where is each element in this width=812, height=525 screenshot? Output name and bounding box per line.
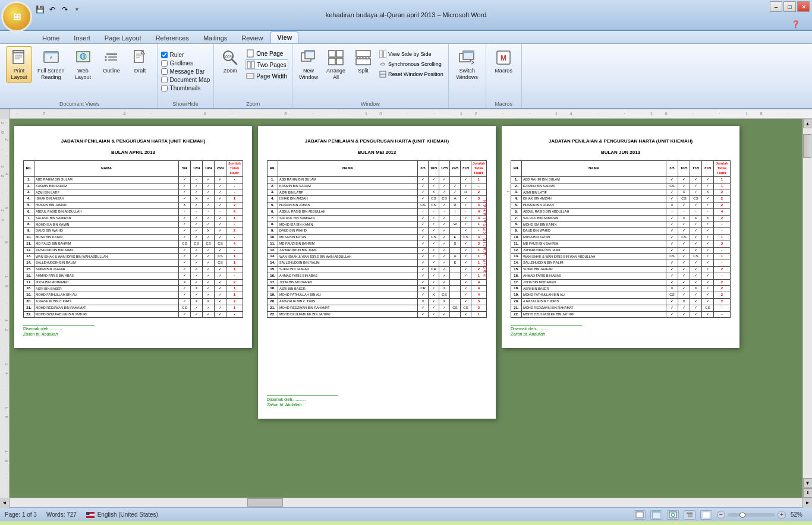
tab-references[interactable]: References xyxy=(149,32,196,43)
full-screen-button[interactable]: A Full ScreenReading xyxy=(34,46,68,83)
zoom-slider[interactable]: − + xyxy=(717,511,786,519)
qat-save[interactable]: 💾 xyxy=(34,5,45,14)
print-layout-view-button[interactable] xyxy=(634,510,646,520)
ruler-corner xyxy=(0,109,10,119)
svg-rect-53 xyxy=(86,516,95,518)
svg-rect-36 xyxy=(336,58,343,65)
svg-rect-32 xyxy=(305,50,314,52)
full-screen-icon: A xyxy=(42,48,61,67)
page2-signature: Disemak oleh............ Zaiton bt. Abdu… xyxy=(267,396,487,407)
table-row: 14.SALLEHUDDIN BIN RALIM✓✓✓✓- xyxy=(511,260,731,267)
minimize-button[interactable]: – xyxy=(770,1,782,12)
new-window-button[interactable]: NewWindow xyxy=(296,46,321,83)
sync-scroll-label: Synchronous Scrolling xyxy=(388,61,442,67)
table-row: 20.A RAZALIE BIN C IDRIS✓XX✓2 xyxy=(24,298,243,305)
one-page-button[interactable]: One Page xyxy=(245,49,288,58)
draft-button[interactable]: Draft xyxy=(127,46,153,76)
horizontal-scrollbar[interactable]: ◄ ► xyxy=(0,498,812,507)
maximize-button[interactable]: □ xyxy=(783,1,796,12)
split-button[interactable]: Split xyxy=(351,46,376,76)
table-row: 17.JOHA BIN MOHAMED✓✓✓✓2 xyxy=(511,279,731,286)
scroll-left-button[interactable]: ◄ xyxy=(0,498,10,508)
print-layout-button[interactable]: PrintLayout xyxy=(6,46,32,83)
message-bar-checkbox[interactable] xyxy=(161,68,168,75)
close-button[interactable]: ✕ xyxy=(797,1,810,12)
svg-rect-41 xyxy=(383,50,386,58)
view-side-by-side-button[interactable]: View Side by Side xyxy=(378,50,445,58)
table-row: 10.MUSA BIN KATAN✓CS✓✓1 xyxy=(511,234,731,241)
table-row: 19.MOHD FATHULLAH BIN ALI✓XCS✓4 xyxy=(267,292,487,299)
table-row: 6.ABDUL RASID BIN ABDULLAH----4 xyxy=(24,208,243,215)
message-bar-label: Message Bar xyxy=(170,68,205,75)
table-row: 16.AHMAD FARIS BIN ABAS✓✓✓✓- xyxy=(511,273,731,279)
zoom-icon: 100% xyxy=(221,48,240,67)
thumbnails-checkbox[interactable] xyxy=(161,85,168,91)
table-row: 11.MD FAUZI BIN BAHRIMCSCSCSCS4 xyxy=(24,241,243,247)
qat-redo[interactable]: ↷ xyxy=(59,5,70,14)
gridlines-checkbox[interactable] xyxy=(161,60,168,67)
zoom-plus-button[interactable]: + xyxy=(778,511,786,519)
table-row: 2.KASMIN BIN SADAM✓✓✓✓✓- xyxy=(267,183,487,189)
document-map-checkbox[interactable] xyxy=(161,77,168,83)
switch-windows-label: SwitchWindows xyxy=(456,68,478,81)
macros-group-label: Macros xyxy=(495,100,512,107)
table-row: 5.HUSSIN BIN JAMANX✓✓✓2 xyxy=(24,202,243,208)
web-view-button[interactable] xyxy=(667,510,679,520)
table-row: 12.ZAHARUDDIN BIN JAMIL✓✓✓✓- xyxy=(24,247,243,254)
document-page-3: JABATAN PENILAIAN & PENGURUSAN HARTA (UN… xyxy=(502,126,739,348)
page3-table: BIL NAMA 3/5 10/5 17/5 31/5 JumlahTidakH… xyxy=(511,160,731,318)
qat-undo[interactable]: ↶ xyxy=(47,5,58,14)
thumbnails-label: Thumbnails xyxy=(170,85,201,91)
scroll-up-button[interactable]: ▲ xyxy=(803,119,813,128)
table-row: 4.ISHAK BIN AMZAH✓X✓✓1 xyxy=(24,196,243,203)
draft-view-button[interactable] xyxy=(700,510,712,520)
tab-mailings[interactable]: Mailings xyxy=(197,32,234,43)
status-right-area: − + 52% xyxy=(634,510,807,520)
tab-page-layout[interactable]: Page Layout xyxy=(98,32,148,43)
page-width-button[interactable]: Page Width xyxy=(245,71,288,81)
table-row: 1.ABD RAHIM BIN SULAM✓✓✓✓1 xyxy=(267,176,487,183)
arrange-all-button[interactable]: ArrangeAll xyxy=(323,46,348,83)
table-row: 12.ZAHARUDDIN BIN JAMIL✓✓✓✓- xyxy=(511,247,731,254)
two-pages-button[interactable]: Two Pages xyxy=(245,59,288,70)
tab-view[interactable]: View xyxy=(270,31,298,43)
table-row: 7.SALIZUL BIN SAMIRAN✓✓✓✓1 xyxy=(24,215,243,222)
scroll-down-button[interactable]: ▼ xyxy=(803,478,813,488)
scroll-right-button[interactable]: ► xyxy=(802,498,812,508)
arrange-all-icon xyxy=(326,48,345,67)
zoom-button[interactable]: 100% Zoom xyxy=(218,46,243,76)
help-icon[interactable]: ❓ xyxy=(791,20,800,29)
outline-button[interactable]: Outline xyxy=(99,46,125,76)
vertical-scrollbar[interactable]: ▲ ▼ ⬇ xyxy=(802,119,812,498)
table-row: 7.SALIZUL BIN SAMIRAN✓XXX2 xyxy=(511,215,731,222)
reset-window-button[interactable]: Reset Window Position xyxy=(378,70,445,78)
web-layout-button[interactable]: WebLayout xyxy=(70,46,96,83)
switch-windows-button[interactable]: SwitchWindows xyxy=(452,46,482,83)
svg-rect-55 xyxy=(636,512,643,518)
sync-scroll-button[interactable]: Synchronous Scrolling xyxy=(378,60,445,68)
ruler-label: Ruler xyxy=(170,52,184,58)
zoom-level: 52% xyxy=(791,511,807,518)
table-row: 16.AHMAD FARIS BIN ABAS✓✓✓✓- xyxy=(24,273,243,279)
window-group-label: Window xyxy=(361,100,380,107)
full-reading-view-button[interactable] xyxy=(650,510,662,520)
ruler-checkbox[interactable] xyxy=(161,52,168,58)
zoom-minus-button[interactable]: − xyxy=(717,511,725,519)
tab-review[interactable]: Review xyxy=(235,32,269,43)
svg-text:M: M xyxy=(501,54,506,62)
scroll-down2-button[interactable]: ⬇ xyxy=(803,488,813,498)
office-button[interactable]: ⊞ xyxy=(1,1,32,32)
new-window-label: NewWindow xyxy=(299,68,318,81)
macros-button[interactable]: M Macros xyxy=(490,46,517,76)
qat-arrow[interactable]: ▼ xyxy=(74,7,80,12)
outline-view-button[interactable] xyxy=(684,510,695,520)
word-count: Words: 727 xyxy=(46,511,77,518)
tab-insert[interactable]: Insert xyxy=(67,32,97,43)
table-row: 18.ASRI BIN BASERCR✓X✓4 xyxy=(267,286,487,292)
one-page-label: One Page xyxy=(256,50,283,57)
full-screen-label: Full ScreenReading xyxy=(37,68,65,81)
web-layout-label: WebLayout xyxy=(75,68,91,81)
vertical-ruler: · 2 · 4 · 6 · 8 · 10 · 12 · 14 · 16 · 18… xyxy=(0,119,10,498)
tab-home[interactable]: Home xyxy=(36,32,66,43)
table-row: 19.MOHD FATHULLAH BIN ALICS✓✓✓2 xyxy=(511,292,731,299)
